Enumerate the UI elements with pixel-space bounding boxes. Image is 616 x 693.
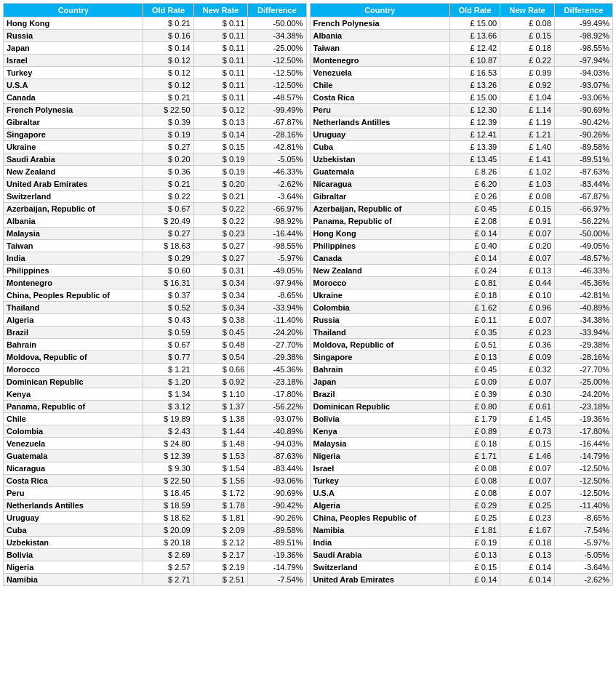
cell-new-rate: $ 0.11 bbox=[193, 67, 248, 79]
cell-old-rate: £ 12.39 bbox=[449, 116, 500, 129]
cell-difference: -33.94% bbox=[554, 327, 612, 339]
cell-new-rate: $ 0.34 bbox=[193, 302, 248, 314]
table-row: Japan$ 0.14$ 0.11-25.00% bbox=[4, 42, 307, 55]
cell-difference: -98.92% bbox=[554, 30, 612, 42]
table-row: Taiwan£ 12.42£ 0.18-98.55% bbox=[310, 42, 613, 55]
cell-country: Hong Kong bbox=[310, 228, 449, 240]
table-row: Venezuela$ 24.80$ 1.48-94.03% bbox=[4, 438, 307, 450]
cell-country: China, Peoples Republic of bbox=[310, 512, 449, 524]
cell-country: U.S.A bbox=[310, 487, 449, 500]
cell-new-rate: $ 0.27 bbox=[193, 252, 248, 265]
cell-difference: -29.38% bbox=[554, 339, 612, 351]
cell-difference: -83.44% bbox=[248, 462, 306, 475]
cell-old-rate: £ 1.79 bbox=[449, 413, 500, 425]
cell-country: Taiwan bbox=[4, 240, 143, 252]
cell-new-rate: $ 1.53 bbox=[193, 450, 248, 462]
cell-country: Costa Rica bbox=[4, 475, 143, 487]
cell-country: Saudi Arabia bbox=[310, 549, 449, 561]
cell-new-rate: $ 0.31 bbox=[193, 265, 248, 277]
cell-difference: -11.40% bbox=[554, 500, 612, 512]
cell-new-rate: £ 0.14 bbox=[500, 574, 555, 586]
table-row: Russia£ 0.11£ 0.07-34.38% bbox=[310, 314, 613, 327]
cell-country: Kenya bbox=[4, 388, 143, 401]
cell-new-rate: £ 0.14 bbox=[500, 561, 555, 574]
cell-old-rate: £ 0.89 bbox=[449, 425, 500, 438]
cell-country: China, Peoples Republic of bbox=[4, 289, 143, 302]
cell-old-rate: £ 0.39 bbox=[449, 388, 500, 401]
cell-old-rate: $ 2.71 bbox=[143, 574, 193, 586]
cell-country: Colombia bbox=[310, 302, 449, 314]
cell-old-rate: $ 0.59 bbox=[143, 327, 193, 339]
cell-difference: -12.50% bbox=[554, 475, 612, 487]
cell-difference: -8.65% bbox=[248, 289, 306, 302]
cell-country: Switzerland bbox=[4, 191, 143, 203]
cell-difference: -89.51% bbox=[554, 153, 612, 166]
cell-difference: -98.92% bbox=[248, 215, 306, 228]
cell-old-rate: £ 13.45 bbox=[449, 153, 500, 166]
table-row: Saudi Arabia£ 0.13£ 0.13-5.05% bbox=[310, 549, 613, 561]
cell-difference: -90.42% bbox=[554, 116, 612, 129]
cell-difference: -90.42% bbox=[248, 500, 306, 512]
cell-difference: -93.07% bbox=[554, 79, 612, 92]
cell-old-rate: £ 12.41 bbox=[449, 129, 500, 141]
cell-difference: -8.65% bbox=[554, 512, 612, 524]
cell-country: Israel bbox=[310, 462, 449, 475]
cell-country: Cuba bbox=[4, 524, 143, 537]
cell-old-rate: £ 0.14 bbox=[449, 228, 500, 240]
cell-country: Colombia bbox=[4, 425, 143, 438]
cell-old-rate: £ 1.71 bbox=[449, 450, 500, 462]
cell-difference: -56.22% bbox=[248, 401, 306, 413]
cell-new-rate: $ 0.27 bbox=[193, 240, 248, 252]
cell-old-rate: $ 22.50 bbox=[143, 475, 193, 487]
cell-country: Bahrain bbox=[4, 339, 143, 351]
cell-country: Dominican Republic bbox=[310, 401, 449, 413]
right-header-new-rate: New Rate bbox=[500, 4, 555, 17]
cell-country: Costa Rica bbox=[310, 92, 449, 104]
cell-difference: -66.97% bbox=[554, 203, 612, 215]
cell-new-rate: £ 0.07 bbox=[500, 487, 555, 500]
cell-difference: -98.55% bbox=[248, 240, 306, 252]
left-table: Country Old Rate New Rate Difference Hon… bbox=[3, 3, 307, 586]
cell-new-rate: $ 0.34 bbox=[193, 289, 248, 302]
cell-country: Philippines bbox=[4, 265, 143, 277]
cell-old-rate: £ 0.18 bbox=[449, 289, 500, 302]
cell-difference: -40.89% bbox=[248, 425, 306, 438]
cell-new-rate: $ 1.56 bbox=[193, 475, 248, 487]
cell-country: Montenegro bbox=[310, 55, 449, 67]
cell-old-rate: £ 0.08 bbox=[449, 487, 500, 500]
cell-country: Brazil bbox=[310, 388, 449, 401]
cell-difference: -5.97% bbox=[248, 252, 306, 265]
table-row: Costa Rica£ 15.00£ 1.04-93.06% bbox=[310, 92, 613, 104]
cell-new-rate: £ 1.41 bbox=[500, 153, 555, 166]
cell-new-rate: $ 0.66 bbox=[193, 364, 248, 376]
table-row: Chile£ 13.26£ 0.92-93.07% bbox=[310, 79, 613, 92]
cell-old-rate: $ 0.22 bbox=[143, 191, 193, 203]
cell-country: United Arab Emirates bbox=[4, 178, 143, 191]
table-row: Singapore$ 0.19$ 0.14-28.16% bbox=[4, 129, 307, 141]
cell-difference: -24.20% bbox=[554, 388, 612, 401]
cell-difference: -5.05% bbox=[248, 153, 306, 166]
cell-old-rate: £ 16.53 bbox=[449, 67, 500, 79]
cell-old-rate: $ 0.14 bbox=[143, 42, 193, 55]
cell-old-rate: $ 1.20 bbox=[143, 376, 193, 388]
cell-old-rate: £ 0.13 bbox=[449, 549, 500, 561]
cell-new-rate: £ 1.03 bbox=[500, 178, 555, 191]
table-row: Algeria£ 0.29£ 0.25-11.40% bbox=[310, 500, 613, 512]
cell-country: Namibia bbox=[310, 524, 449, 537]
cell-new-rate: £ 0.13 bbox=[500, 265, 555, 277]
cell-new-rate: $ 0.45 bbox=[193, 327, 248, 339]
cell-difference: -5.05% bbox=[554, 549, 612, 561]
cell-difference: -93.06% bbox=[554, 92, 612, 104]
table-row: United Arab Emirates£ 0.14£ 0.14-2.62% bbox=[310, 574, 613, 586]
table-row: Hong Kong£ 0.14£ 0.07-50.00% bbox=[310, 228, 613, 240]
cell-new-rate: £ 1.19 bbox=[500, 116, 555, 129]
right-header-country: Country bbox=[310, 4, 449, 17]
cell-new-rate: $ 2.12 bbox=[193, 537, 248, 549]
cell-old-rate: £ 0.08 bbox=[449, 462, 500, 475]
cell-new-rate: $ 2.09 bbox=[193, 524, 248, 537]
cell-new-rate: £ 0.08 bbox=[500, 191, 555, 203]
cell-new-rate: £ 0.13 bbox=[500, 549, 555, 561]
cell-difference: -50.00% bbox=[554, 228, 612, 240]
cell-country: Morocco bbox=[4, 364, 143, 376]
cell-country: Albania bbox=[4, 215, 143, 228]
